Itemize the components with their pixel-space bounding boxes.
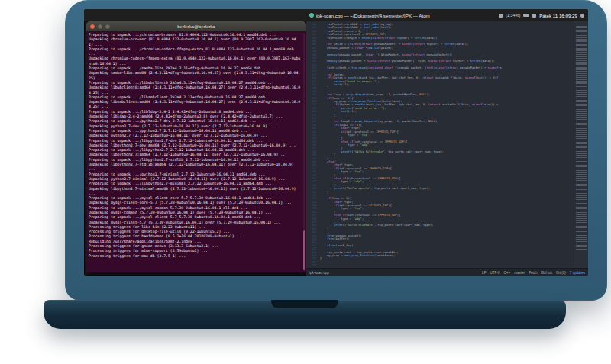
terminal-line: Unpacking libwbclient0:amd64 (2:4.3.11+d… xyxy=(89,85,302,95)
terminal-line: Preparing to unpack .../chromium-codecs-… xyxy=(89,47,302,57)
terminal-titlebar[interactable]: berlerka@berlerka xyxy=(86,21,306,32)
terminal-line: Unpacking python2.7-dev (2.7.12-1ubuntu0… xyxy=(89,124,302,129)
editor-gutter: 3003013023033043053063073083093103113123… xyxy=(306,21,318,268)
network-indicator-icon[interactable] xyxy=(499,14,503,18)
editor-area[interactable]: 3003013023033043053063073083093103113123… xyxy=(306,21,588,268)
power-icon[interactable] xyxy=(580,14,584,18)
battery-status-text[interactable]: (1:34%) xyxy=(506,13,520,18)
status-item[interactable]: master xyxy=(514,271,525,275)
terminal-line: Unpacking chromium-browser (81.0.4044.12… xyxy=(89,37,302,47)
status-item[interactable]: UTF-8 xyxy=(490,271,499,275)
status-bar: ipk-scan.cpp LFUTF-8C++masterFetchGitHub… xyxy=(306,268,588,276)
status-right: LFUTF-8C++masterFetchGitHubGit (0) xyxy=(482,271,566,275)
close-button[interactable] xyxy=(90,24,95,29)
minimap[interactable] xyxy=(574,21,588,268)
battery-icon[interactable] xyxy=(523,14,529,17)
status-item[interactable]: C++ xyxy=(504,271,511,275)
terminal-line: Preparing to unpack .../libpython2.7-min… xyxy=(89,182,302,186)
window-title-text: ipk-scan.cpp — ~/Dokumenty/4.semester/IP… xyxy=(316,13,430,18)
line-number: 372 xyxy=(306,264,318,267)
terminal-line: Unpacking samba-libs:amd64 (2:4.3.11+dfs… xyxy=(89,71,302,81)
laptop-bezel: ipk-scan.cpp — ~/Dokumenty/4.semester/IP… xyxy=(65,0,607,301)
status-item[interactable]: GitHub xyxy=(541,271,552,275)
terminal-line: Unpacking libpython2.7-minimal:amd64 (2.… xyxy=(89,187,302,197)
status-item[interactable]: Fetch xyxy=(529,271,538,275)
terminal-line: Processing triggers for man-db (2.7.5-1)… xyxy=(89,254,302,259)
terminal-output[interactable]: Preparing to unpack .../chromium-browser… xyxy=(86,31,306,272)
atom-icon xyxy=(309,13,314,18)
terminal-scrollbar-thumb[interactable] xyxy=(303,230,306,270)
editor-code[interactable]: tcpPacket->srcAddr = inet_addr(my_ip); t… xyxy=(318,21,574,268)
updates-badge[interactable]: 7 updates xyxy=(570,271,585,275)
top-panel: ipk-scan.cpp — ~/Dokumenty/4.semester/IP… xyxy=(84,9,588,22)
code-line[interactable] xyxy=(320,264,574,267)
terminal-line: Unpacking mysql-client-core-5.7 (5.7.30-… xyxy=(89,201,302,205)
maximize-button[interactable] xyxy=(105,24,110,29)
status-item[interactable]: LF xyxy=(482,271,486,275)
terminal-line: Unpacking libsmbclient:amd64 (2:4.3.11+d… xyxy=(89,100,302,110)
status-file-name[interactable]: ipk-scan.cpp xyxy=(309,271,329,275)
status-item[interactable]: Git (0) xyxy=(556,271,566,275)
laptop-mockup: ipk-scan.cpp — ~/Dokumenty/4.semester/IP… xyxy=(0,0,611,364)
terminal-scrollbar[interactable] xyxy=(303,33,306,270)
terminal-line: Unpacking libpython2.7-stdlib:amd64 (2.7… xyxy=(89,163,302,172)
terminal-line: Unpacking mysql-client-5.7 (5.7.30-0ubun… xyxy=(89,221,302,225)
terminal-line: Unpacking libpython2.7:amd64 (2.7.12-1ub… xyxy=(89,153,302,157)
laptop-notch xyxy=(271,300,338,308)
panel-indicators: (1:34%) Pátek 11 16:09:29 xyxy=(499,9,584,21)
minimize-button[interactable] xyxy=(98,24,102,29)
laptop-base xyxy=(44,300,566,329)
atom-editor-window: 3003013023033043053063073083093103113123… xyxy=(306,21,588,276)
terminal-window: berlerka@berlerka Preparing to unpack ..… xyxy=(86,21,306,272)
laptop-screen: ipk-scan.cpp — ~/Dokumenty/4.semester/IP… xyxy=(84,9,588,276)
terminal-title: berlerka@berlerka xyxy=(86,24,306,29)
volume-icon[interactable] xyxy=(532,14,536,18)
active-window-title: ipk-scan.cpp — ~/Dokumenty/4.semester/IP… xyxy=(309,9,430,21)
clock[interactable]: Pátek 11 16:09:29 xyxy=(539,13,577,18)
terminal-line: Unpacking chromium-codecs-ffmpeg-extra (… xyxy=(89,56,302,66)
